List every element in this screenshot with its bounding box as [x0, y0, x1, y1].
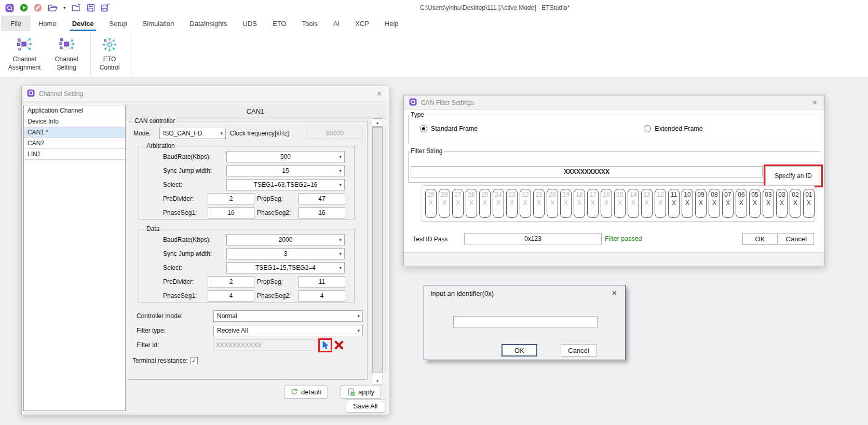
filter-string-input[interactable]	[411, 166, 763, 177]
filter-bit-box[interactable]: 16 X	[601, 189, 612, 218]
apply-button[interactable]: apply	[341, 386, 381, 399]
filter-bit-box[interactable]: 14 X	[628, 189, 639, 218]
specify-an-id-button[interactable]: Specify an ID	[765, 166, 821, 186]
data-propseg-input[interactable]	[299, 276, 345, 287]
close-icon[interactable]: ×	[810, 99, 819, 107]
filter-bit-box[interactable]: 06 X	[736, 189, 747, 218]
menu-item[interactable]: DataInsights	[182, 16, 235, 31]
chevron-down-icon: ▾	[357, 328, 360, 333]
filter-bit-box[interactable]: 05 X	[749, 189, 761, 218]
identifier-input[interactable]	[453, 316, 598, 327]
arb-propseg-input[interactable]	[299, 193, 345, 204]
filter-bit-box[interactable]: 25 X	[479, 189, 491, 218]
nav-list-item[interactable]: CAN1 *	[24, 127, 125, 138]
arb-baudrate-combo[interactable]: 500▾	[226, 151, 345, 162]
mode-combo[interactable]: ISO_CAN_FD ▾	[159, 128, 226, 139]
menu-item[interactable]: ETO	[265, 16, 294, 31]
data-baudrate-combo[interactable]: 2000▾	[226, 234, 345, 245]
nav-list-item[interactable]: Application Channel	[24, 105, 125, 116]
close-icon[interactable]: ×	[610, 289, 619, 297]
filter-bit-box[interactable]: 21 X	[533, 189, 545, 218]
filter-bit-box[interactable]: 20 X	[547, 189, 558, 218]
close-icon[interactable]: ×	[375, 90, 384, 98]
filter-bit-box[interactable]: 07 X	[722, 189, 734, 218]
filter-bit-box[interactable]: 27 X	[452, 189, 464, 218]
save-all-button[interactable]: Save All	[346, 400, 385, 413]
test-id-input[interactable]	[464, 233, 602, 244]
filter-bit-box[interactable]: 29 X	[425, 189, 437, 218]
filter-bit-box[interactable]: 13 X	[641, 189, 653, 218]
filter-bit-box[interactable]: 10 X	[682, 189, 693, 218]
cancel-button[interactable]: Cancel	[779, 233, 814, 245]
nav-list-item[interactable]: Device Info	[24, 116, 125, 127]
standard-frame-radio[interactable]	[420, 125, 427, 132]
menu-item[interactable]: Setup	[102, 16, 135, 31]
menu-item[interactable]: Home	[31, 16, 64, 31]
run-icon[interactable]	[20, 4, 28, 12]
terminal-resistance-checkbox[interactable]: ✓	[191, 357, 198, 364]
nav-list-item[interactable]: LIN1	[24, 149, 125, 160]
arb-phaseseg2-input[interactable]	[299, 207, 345, 218]
highlight-box	[318, 338, 332, 352]
bit-number: 16	[603, 191, 609, 198]
menu-item[interactable]: Help	[377, 16, 406, 31]
filter-bit-box[interactable]: 09 X	[695, 189, 707, 218]
menu-item[interactable]: Simulation	[135, 16, 182, 31]
data-select-combo[interactable]: TSEG1=15,TSEG2=4▾	[226, 262, 345, 273]
filter-bit-box[interactable]: 12 X	[655, 189, 666, 218]
filter-type-combo[interactable]: Receive All▾	[213, 325, 363, 336]
bit-number: 15	[616, 191, 623, 198]
scroll-up-icon[interactable]: ▲	[372, 118, 383, 127]
filter-bit-box[interactable]: 23 X	[506, 189, 518, 218]
menu-item[interactable]: XCP	[347, 16, 377, 31]
filter-bit-box[interactable]: 02 X	[790, 189, 801, 218]
default-button[interactable]: default	[284, 386, 328, 399]
channel-assignment-button[interactable]: ChannelAssignment	[3, 34, 46, 75]
extended-frame-radio[interactable]	[644, 125, 651, 132]
ok-button[interactable]: OK	[742, 233, 778, 245]
filter-bit-box[interactable]: 03 X	[776, 189, 788, 218]
nav-list-item[interactable]: CAN2	[24, 138, 125, 149]
cancel-button[interactable]: Cancel	[561, 344, 596, 357]
data-phaseseg1-input[interactable]	[208, 290, 254, 301]
filter-bit-box[interactable]: 03 X	[763, 189, 774, 218]
menu-item[interactable]: Device	[64, 16, 102, 31]
arb-phaseseg1-input[interactable]	[208, 207, 254, 218]
arb-select-combo[interactable]: TSEG1=63,TSEG2=16▾	[226, 179, 345, 190]
controller-mode-combo[interactable]: Normal▾	[213, 310, 363, 322]
scrollbar-thumb[interactable]	[372, 127, 383, 373]
menu-item[interactable]: File	[1, 16, 31, 31]
filter-bit-box[interactable]: 22 X	[520, 189, 531, 218]
filter-bit-box[interactable]: 01 X	[803, 189, 815, 218]
filter-bit-box[interactable]: 24 X	[493, 189, 504, 218]
data-sjw-combo[interactable]: 3▾	[226, 248, 345, 259]
bit-value: X	[496, 200, 500, 207]
bit-number: 25	[481, 191, 488, 198]
dropdown-caret-icon[interactable]: ▾	[63, 5, 66, 10]
menu-item[interactable]: AI	[326, 16, 347, 31]
filter-bit-box[interactable]: 08 X	[709, 189, 720, 218]
filter-bit-box[interactable]: 15 X	[614, 189, 626, 218]
open-folder-icon[interactable]	[48, 4, 58, 12]
highlight-box: Specify an ID	[764, 164, 823, 187]
filter-bit-box[interactable]: 18 X	[574, 189, 585, 218]
filter-bit-box[interactable]: 11 X	[668, 189, 680, 218]
save-as-icon[interactable]	[101, 4, 110, 12]
menu-item[interactable]: UDS	[235, 16, 265, 31]
data-predivider-input[interactable]	[208, 276, 254, 287]
save-icon[interactable]	[87, 4, 95, 12]
data-phaseseg2-input[interactable]	[299, 290, 345, 301]
filter-bit-box[interactable]: 19 X	[560, 189, 572, 218]
menu-item[interactable]: Tools	[294, 16, 325, 31]
arb-predivider-input[interactable]	[208, 193, 254, 204]
scroll-down-icon[interactable]: ▼	[372, 377, 383, 385]
arb-sjw-combo[interactable]: 15▾	[226, 165, 345, 176]
channel-setting-button[interactable]: ChannelSetting	[46, 34, 87, 75]
filter-bit-box[interactable]: 26 X	[466, 189, 477, 218]
filter-bit-box[interactable]: 28 X	[439, 189, 450, 218]
ok-button[interactable]: OK	[501, 344, 537, 357]
phaseseg2-label: PhaseSeg2:	[257, 209, 299, 216]
new-project-icon[interactable]	[72, 4, 81, 12]
eto-control-button[interactable]: ETOControl	[92, 34, 127, 75]
filter-bit-box[interactable]: 17 X	[587, 189, 599, 218]
